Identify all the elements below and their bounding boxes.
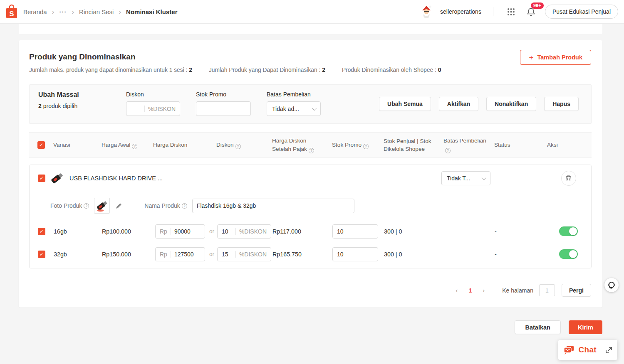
help-icon[interactable]: ? — [445, 148, 451, 153]
status-toggle[interactable] — [559, 226, 578, 236]
variant-checkbox[interactable]: ✓ — [38, 251, 45, 258]
prev-page-icon[interactable]: ‹ — [450, 287, 463, 294]
shopee-logo[interactable]: S — [4, 3, 19, 20]
divider — [601, 345, 601, 354]
next-page-icon[interactable]: › — [477, 287, 490, 294]
col-harga-diskon: Harga Diskon — [151, 141, 206, 149]
stat-by-shopee: Produk Dinominasikan oleh Shopee : 0 — [342, 67, 441, 73]
variant-checkbox[interactable]: ✓ — [38, 228, 45, 235]
status-toggle[interactable] — [559, 249, 578, 259]
deactivate-button[interactable]: Nonaktifkan — [486, 97, 536, 111]
chevron-right-icon: › — [52, 8, 54, 15]
delete-product-button[interactable] — [561, 171, 576, 186]
previous-card-remnant — [19, 24, 602, 34]
breadcrumb-home[interactable]: Beranda — [23, 8, 47, 15]
apply-all-button[interactable]: Ubah Semua — [379, 97, 431, 111]
help-icon[interactable]: ? — [132, 144, 137, 149]
cancel-button[interactable]: Batalkan — [515, 320, 560, 334]
harga-diskon-input[interactable] — [174, 228, 201, 235]
nominated-products-card: Produk yang Dinominasikan + Tambah Produ… — [19, 40, 602, 307]
goto-page-label: Ke halaman — [502, 287, 533, 294]
variant-row: ✓ 32gb Rp150.000 Rp or %DISKON Rp165.750 — [30, 243, 591, 266]
chevron-down-icon — [482, 175, 486, 180]
bulk-diskon-value-input[interactable] — [131, 106, 141, 112]
goto-page-input[interactable] — [539, 284, 555, 296]
stok-promo-field[interactable] — [332, 247, 378, 261]
stok-promo-input[interactable] — [337, 251, 374, 258]
help-icon[interactable]: ? — [309, 148, 314, 153]
trash-icon — [565, 175, 572, 182]
username[interactable]: selleroperations — [440, 8, 481, 15]
expand-chat-icon[interactable] — [605, 347, 612, 354]
nomination-stats: Jumlah maks. produk yang dapat dinominas… — [29, 67, 441, 73]
col-harga-setelah-pajak: Harga Diskon Setelah Pajak? — [270, 137, 329, 153]
section-title: Produk yang Dinominasikan — [29, 52, 136, 61]
help-icon[interactable]: ? — [363, 144, 369, 149]
diskon-persen-input[interactable] — [222, 228, 232, 235]
help-icon[interactable]: ? — [235, 144, 241, 149]
chat-label: Chat — [579, 345, 597, 354]
batas-pembelian-value: - — [492, 228, 545, 235]
harga-diskon-field[interactable]: Rp — [155, 224, 205, 239]
chat-icon — [563, 345, 574, 355]
product-checkbox[interactable]: ✓ — [38, 175, 45, 182]
app-grid-icon[interactable] — [505, 5, 518, 18]
bulk-selected-count: 2 produk dipilih — [38, 103, 77, 109]
activate-button[interactable]: Aktifkan — [439, 97, 478, 111]
product-image — [50, 171, 64, 185]
stok-promo-input[interactable] — [337, 228, 374, 235]
add-product-button[interactable]: + Tambah Produk — [520, 50, 591, 65]
avatar[interactable] — [420, 5, 433, 18]
bulk-diskon-label: Diskon — [126, 91, 144, 98]
help-icon[interactable]: ? — [182, 203, 187, 209]
nama-produk-label: Nama Produk? — [144, 202, 187, 209]
harga-diskon-field[interactable]: Rp — [155, 247, 205, 261]
stok-promo-field[interactable] — [332, 224, 378, 239]
chat-widget[interactable]: Chat — [558, 340, 617, 360]
bulk-stok-promo-value-input[interactable] — [201, 106, 246, 112]
harga-awal-value: Rp150.000 — [99, 251, 151, 258]
harga-diskon-input[interactable] — [174, 251, 201, 258]
edu-center-button[interactable]: Pusat Edukasi Penjual — [545, 5, 618, 19]
diskon-persen-field[interactable]: %DISKON — [217, 247, 271, 261]
bulk-stok-promo-input[interactable] — [196, 101, 251, 116]
go-button[interactable]: Pergi — [562, 284, 591, 297]
col-variasi: Variasi — [49, 141, 99, 149]
support-headset-button[interactable] — [604, 278, 619, 292]
current-page[interactable]: 1 — [463, 287, 477, 294]
harga-awal-value: Rp100.000 — [99, 228, 151, 235]
bulk-batas-select[interactable]: Tidak ad... — [267, 101, 321, 116]
plus-icon: + — [529, 54, 533, 61]
variant-name: 16gb — [50, 228, 99, 235]
product-name: USB FLASHDISK HARD DRIVE ... — [69, 175, 163, 182]
submit-button[interactable]: Kirim — [569, 320, 602, 334]
product-photo-thumbnail[interactable] — [94, 198, 110, 214]
breadcrumb-session[interactable]: Rincian Sesi — [79, 8, 114, 15]
svg-text:S: S — [9, 10, 14, 18]
product-batas-select[interactable]: Tidak T... — [441, 171, 490, 185]
col-stok-penjual: Stok Penjual | Stok Dikelola Shopee — [381, 137, 441, 153]
select-all-checkbox[interactable]: ✓ — [37, 141, 45, 149]
notification-bell-icon[interactable]: 99+ — [525, 5, 537, 18]
delete-button[interactable]: Hapus — [544, 97, 579, 111]
batas-pembelian-value: - — [492, 251, 545, 258]
pagination: ‹ 1 › Ke halaman Pergi — [450, 284, 591, 297]
chevron-down-icon — [312, 106, 317, 110]
diskon-persen-field[interactable]: %DISKON — [217, 224, 271, 239]
col-harga-awal: Harga Awal? — [99, 141, 151, 149]
product-name-input[interactable] — [197, 202, 350, 209]
breadcrumb-ellipsis[interactable]: ··· — [59, 8, 67, 15]
diskon-persen-input[interactable] — [222, 251, 232, 258]
edit-photo-icon[interactable] — [116, 203, 122, 209]
chevron-right-icon: › — [119, 8, 121, 15]
bulk-edit-panel: Ubah Massal 2 produk dipilih Diskon %DIS… — [29, 84, 592, 124]
bulk-diskon-input[interactable]: %DISKON — [126, 101, 180, 116]
help-icon[interactable]: ? — [84, 203, 89, 209]
chevron-right-icon: › — [72, 8, 74, 15]
notification-badge: 99+ — [531, 2, 544, 9]
col-aksi: Aksi — [545, 141, 592, 149]
product-name-field[interactable] — [192, 199, 354, 213]
bulk-batas-label: Batas Pembelian — [267, 91, 311, 98]
breadcrumb-current: Nominasi Kluster — [126, 8, 177, 15]
breadcrumb: Beranda › ··· › Rincian Sesi › Nominasi … — [23, 8, 177, 15]
